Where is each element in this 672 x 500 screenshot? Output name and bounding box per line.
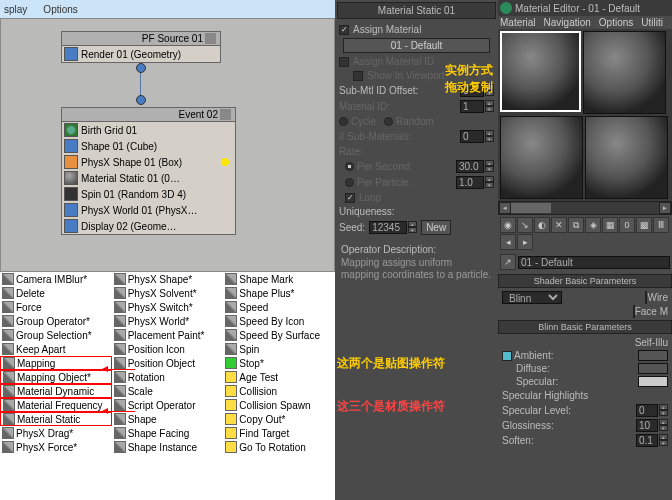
sample-slot[interactable]	[583, 31, 666, 114]
reset-icon[interactable]: ✕	[551, 217, 567, 233]
menu-display[interactable]: splay	[4, 4, 27, 15]
depot-icon	[2, 441, 14, 453]
soften-input[interactable]	[636, 434, 658, 447]
assign-id-check[interactable]	[339, 57, 349, 67]
menu-utilities[interactable]: Utiliti	[641, 17, 663, 28]
sample-slot[interactable]	[585, 116, 668, 199]
glossiness-input[interactable]	[636, 419, 658, 432]
put-library-icon[interactable]: ▦	[602, 217, 618, 233]
depot-item[interactable]: Go To Rotation	[223, 440, 335, 454]
connector-out[interactable]	[136, 63, 146, 73]
depot-item[interactable]: Mapping	[0, 356, 112, 370]
new-seed-button[interactable]: New	[421, 220, 451, 235]
depot-item[interactable]: Shape Facing	[112, 426, 224, 440]
depot-item[interactable]: Speed By Icon	[223, 314, 335, 328]
depot-item[interactable]: Speed By Surface	[223, 328, 335, 342]
material-button[interactable]: 01 - Default	[343, 38, 490, 53]
depot-item[interactable]: Collision Spawn	[223, 398, 335, 412]
ambient-lock-icon[interactable]	[502, 351, 512, 361]
menu-options[interactable]: Options	[43, 4, 77, 15]
sample-slot[interactable]	[500, 116, 583, 199]
menu-material[interactable]: Material	[500, 17, 536, 28]
depot-item[interactable]: Keep Apart	[0, 342, 112, 356]
depot-item[interactable]: Group Selection*	[0, 328, 112, 342]
seed-input[interactable]	[369, 221, 407, 234]
depot-item[interactable]: Shape Mark	[223, 272, 335, 286]
depot-item[interactable]: Material Frequency	[0, 398, 112, 412]
depot-icon	[114, 343, 126, 355]
depot-item[interactable]: Rotation	[112, 370, 224, 384]
depot-item[interactable]: Shape	[112, 412, 224, 426]
depot-item[interactable]: Age Test	[223, 370, 335, 384]
get-material-icon[interactable]: ◉	[500, 217, 516, 233]
depot-icon	[225, 343, 237, 355]
operator-row[interactable]: Spin 01 (Random 3D 4)	[62, 186, 235, 202]
depot-item[interactable]: PhysX Drag*	[0, 426, 112, 440]
operator-row[interactable]: Material Static 01 (0…	[62, 170, 235, 186]
depot-item[interactable]: Camera IMBlur*	[0, 272, 112, 286]
depot-item[interactable]: Material Dynamic	[0, 384, 112, 398]
operator-row[interactable]: Birth Grid 01	[62, 122, 235, 138]
material-name-input[interactable]	[518, 256, 670, 269]
depot-icon	[225, 385, 237, 397]
depot-item[interactable]: PhysX Shape*	[112, 272, 224, 286]
operator-row[interactable]: PhysX Shape 01 (Box)	[62, 154, 235, 170]
depot-item[interactable]: Material Static	[0, 412, 112, 426]
show-map-icon[interactable]: ▩	[636, 217, 652, 233]
depot-item[interactable]: Copy Out*	[223, 412, 335, 426]
operator-row[interactable]: Display 02 (Geome…	[62, 218, 235, 234]
effects-icon[interactable]: 0	[619, 217, 635, 233]
event-node[interactable]: Event 02 Birth Grid 01Shape 01 (Cube)Phy…	[61, 107, 236, 235]
copy-icon[interactable]: ⧉	[568, 217, 584, 233]
depot-item[interactable]: Scale	[112, 384, 224, 398]
depot-item[interactable]: PhysX Force*	[0, 440, 112, 454]
depot-item[interactable]: Shape Plus*	[223, 286, 335, 300]
pf-source-node[interactable]: PF Source 01 Render 01 (Geometry)	[61, 31, 221, 63]
show-end-icon[interactable]: Ⅲ	[653, 217, 669, 233]
put-to-scene-icon[interactable]: ↘	[517, 217, 533, 233]
depot-item[interactable]: Placement Paint*	[112, 328, 224, 342]
sample-slot[interactable]	[500, 31, 581, 112]
depot-item[interactable]: Shape Instance	[112, 440, 224, 454]
connector-in[interactable]	[136, 95, 146, 105]
assign-icon[interactable]: ◐	[534, 217, 550, 233]
depot-item[interactable]: Mapping Object*	[0, 370, 112, 384]
diffuse-swatch[interactable]	[638, 363, 668, 374]
pick-icon[interactable]: ↗	[500, 254, 516, 270]
depot-item[interactable]: Speed	[223, 300, 335, 314]
particle-view[interactable]: PF Source 01 Render 01 (Geometry) Event …	[0, 18, 335, 272]
depot-item[interactable]: Collision	[223, 384, 335, 398]
depot-item[interactable]: PhysX Solvent*	[112, 286, 224, 300]
shader-select[interactable]: Blinn	[502, 291, 562, 304]
depot-item[interactable]: Delete	[0, 286, 112, 300]
arrow-line	[105, 369, 135, 370]
me-titlebar[interactable]: Material Editor - 01 - Default	[498, 0, 672, 16]
specular-swatch[interactable]	[638, 376, 668, 387]
depot-icon	[3, 413, 15, 425]
menu-navigation[interactable]: Navigation	[544, 17, 591, 28]
operator-depot[interactable]: Camera IMBlur*DeleteForceGroup Operator*…	[0, 272, 335, 500]
op-desc: Mapping assigns uniform mapping coordina…	[337, 255, 496, 283]
make-unique-icon[interactable]: ◈	[585, 217, 601, 233]
nav-parent-icon[interactable]: ◂	[500, 234, 516, 250]
assign-material-check[interactable]	[339, 25, 349, 35]
depot-item[interactable]: Stop*	[223, 356, 335, 370]
menu-options[interactable]: Options	[599, 17, 633, 28]
spec-level-input[interactable]	[636, 404, 658, 417]
operator-row[interactable]: Shape 01 (Cube)	[62, 138, 235, 154]
depot-item[interactable]: PhysX World*	[112, 314, 224, 328]
depot-item[interactable]: Script Operator	[112, 398, 224, 412]
depot-item[interactable]: Spin	[223, 342, 335, 356]
depot-item[interactable]: Group Operator*	[0, 314, 112, 328]
shader-rollout[interactable]: Shader Basic Parameters	[498, 274, 672, 288]
nav-sibling-icon[interactable]: ▸	[517, 234, 533, 250]
depot-item[interactable]: Find Target	[223, 426, 335, 440]
ambient-swatch[interactable]	[638, 350, 668, 361]
depot-item[interactable]: Position Icon	[112, 342, 224, 356]
depot-item[interactable]: Position Object	[112, 356, 224, 370]
operator-row[interactable]: PhysX World 01 (PhysX…	[62, 202, 235, 218]
sample-scrollbar[interactable]: ◂▸	[498, 201, 672, 215]
depot-item[interactable]: Force	[0, 300, 112, 314]
depot-item[interactable]: PhysX Switch*	[112, 300, 224, 314]
blinn-rollout[interactable]: Blinn Basic Parameters	[498, 320, 672, 334]
